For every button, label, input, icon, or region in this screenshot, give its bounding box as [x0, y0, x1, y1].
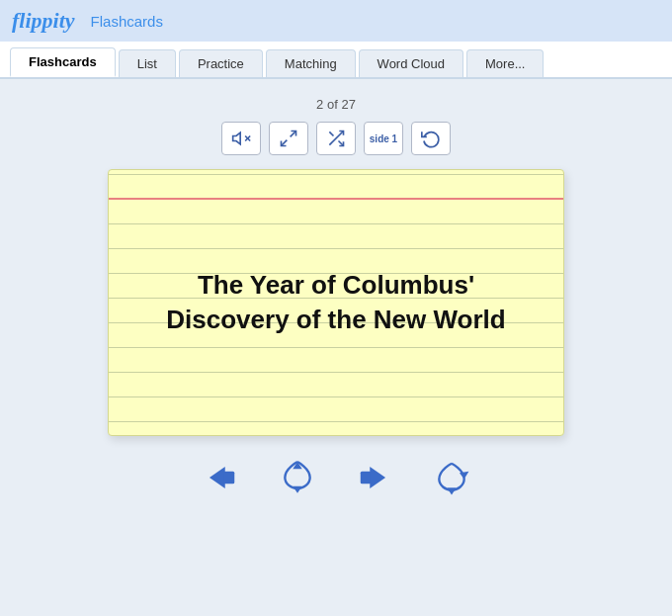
flashcard[interactable]: The Year of Columbus' Discovery of the N… [108, 169, 564, 436]
svg-marker-9 [293, 486, 302, 493]
svg-rect-11 [361, 472, 372, 484]
nav-controls [197, 456, 475, 499]
flip2-button[interactable] [428, 456, 475, 499]
prev-button[interactable] [197, 456, 244, 499]
logo: flippity [12, 8, 75, 34]
shuffle-button[interactable] [316, 122, 356, 155]
controls-row: side 1 [221, 122, 451, 155]
tab-list[interactable]: List [119, 49, 176, 77]
tab-practice[interactable]: Practice [179, 49, 263, 77]
next-button[interactable] [351, 456, 398, 499]
svg-marker-0 [233, 132, 241, 144]
rotate-button[interactable] [411, 122, 451, 155]
svg-line-3 [291, 132, 296, 137]
svg-rect-8 [223, 472, 234, 484]
fullscreen-button[interactable] [269, 122, 308, 155]
svg-line-7 [329, 132, 333, 135]
tab-more[interactable]: More... [466, 49, 544, 77]
tab-matching[interactable]: Matching [266, 49, 356, 77]
flip-button[interactable] [274, 456, 321, 499]
tab-wordcloud[interactable]: Word Cloud [359, 49, 463, 77]
main-area: 2 of 27 s [0, 79, 672, 616]
svg-marker-12 [447, 487, 457, 494]
mute-button[interactable] [221, 122, 261, 155]
tab-flashcards[interactable]: Flashcards [10, 47, 116, 77]
header: flippity Flashcards [0, 0, 672, 42]
card-counter: 2 of 27 [316, 97, 356, 112]
tabs-bar: Flashcards List Practice Matching Word C… [0, 42, 672, 79]
flashcard-text: The Year of Columbus' Discovery of the N… [109, 248, 563, 357]
side-button[interactable]: side 1 [364, 122, 403, 155]
svg-line-4 [282, 140, 288, 146]
header-title: Flashcards [91, 13, 163, 30]
